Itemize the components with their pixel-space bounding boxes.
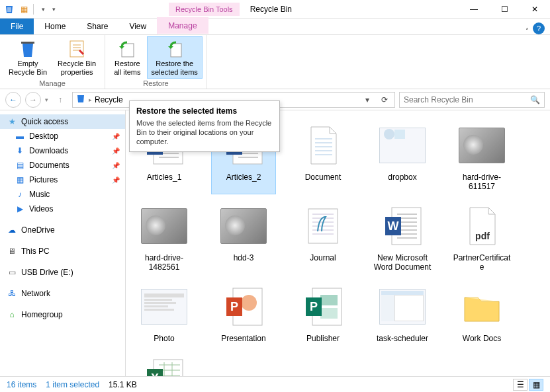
help-button[interactable]: ?: [533, 22, 545, 34]
file-name: Work Docs: [453, 334, 511, 343]
label: Empty Recycle Bin: [9, 59, 47, 77]
restore-all-button[interactable]: Restore all items: [109, 36, 145, 79]
nav-downloads[interactable]: ⬇Downloads📌: [0, 143, 125, 158]
file-item[interactable]: XWorksheet: [132, 351, 196, 376]
file-item[interactable]: dropbox: [371, 118, 434, 194]
nav-quick-access[interactable]: ★Quick access: [0, 114, 125, 129]
file-name: New Microsoft Word Document: [373, 253, 432, 272]
tab-share[interactable]: Share: [76, 19, 118, 34]
file-item[interactable]: PPresentation: [212, 280, 275, 346]
status-selected: 1 item selected: [46, 380, 99, 389]
file-name: hard-drive-1482561: [135, 253, 193, 272]
file-item[interactable]: pdfPartnerCertificate: [450, 199, 514, 274]
nav-homegroup[interactable]: ⌂Homegroup: [0, 307, 125, 322]
svg-text:X: X: [151, 372, 159, 376]
refresh-button[interactable]: ⟳: [377, 95, 392, 104]
nav-documents[interactable]: ▤Documents📌: [0, 158, 125, 173]
file-name: Document: [294, 173, 352, 182]
file-name: Articles_1: [135, 173, 193, 182]
file-thumbnail: [457, 282, 506, 331]
ribbon-group-restore: Restore: [143, 79, 169, 89]
file-name: Journal: [294, 253, 352, 262]
restore-selected-icon: [164, 38, 185, 59]
svg-rect-11: [394, 130, 405, 139]
view-details-button[interactable]: ☰: [513, 379, 527, 391]
usb-icon: ▭: [7, 267, 17, 278]
file-thumbnail: pdf: [457, 202, 506, 251]
file-item[interactable]: WNew Microsoft Word Document: [371, 199, 434, 274]
tab-view[interactable]: View: [118, 19, 157, 34]
file-thumbnail: [219, 202, 268, 251]
empty-recycle-bin-button[interactable]: Empty Recycle Bin: [4, 36, 52, 79]
documents-icon: ▤: [15, 160, 25, 171]
nav-pictures[interactable]: ▦Pictures📌: [0, 173, 125, 187]
file-item[interactable]: Journal: [291, 199, 355, 274]
breadcrumb[interactable]: Recycle: [95, 95, 123, 104]
search-input[interactable]: Search Recycle Bin 🔍: [399, 92, 545, 108]
music-icon: ♪: [15, 189, 25, 200]
ribbon: Empty Recycle Bin Recycle Bin properties…: [0, 35, 550, 89]
tab-home[interactable]: Home: [34, 19, 76, 34]
tab-manage[interactable]: Manage: [157, 17, 208, 34]
recycle-bin-properties-button[interactable]: Recycle Bin properties: [53, 36, 101, 79]
nav-onedrive[interactable]: ☁OneDrive: [0, 223, 125, 237]
videos-icon: ▶: [15, 204, 25, 214]
recycle-bin-icon: [4, 4, 15, 15]
svg-text:W: W: [388, 219, 399, 233]
close-button[interactable]: ✕: [520, 0, 550, 19]
nav-music[interactable]: ♪Music: [0, 187, 125, 202]
search-icon: 🔍: [530, 95, 540, 104]
file-item[interactable]: hard-drive-611517: [450, 118, 514, 194]
file-thumbnail: X: [140, 354, 189, 376]
desktop-icon: ▬: [15, 131, 25, 141]
svg-rect-23: [320, 308, 338, 319]
up-button[interactable]: ↑: [52, 92, 68, 108]
file-thumbnail: [298, 121, 347, 170]
file-thumbnail: [378, 282, 427, 331]
file-name: Presentation: [214, 334, 273, 343]
tab-file[interactable]: File: [0, 19, 34, 34]
pin-icon: 📌: [112, 133, 120, 140]
qat-overflow-icon[interactable]: ▾: [52, 6, 56, 13]
nav-network[interactable]: 🖧Network: [0, 286, 125, 301]
svg-text:P: P: [310, 300, 318, 313]
nav-desktop[interactable]: ▬Desktop📌: [0, 129, 125, 143]
qat-properties-icon[interactable]: ▦: [19, 4, 29, 15]
file-item[interactable]: hdd-3: [212, 199, 275, 274]
file-item[interactable]: Photo: [132, 280, 196, 346]
file-name: Publisher: [294, 334, 352, 343]
pin-icon: 📌: [112, 162, 120, 169]
downloads-icon: ⬇: [15, 145, 25, 156]
view-icons-button[interactable]: ▦: [529, 379, 543, 391]
file-item[interactable]: Work Docs: [450, 280, 514, 346]
forward-button[interactable]: →: [25, 92, 41, 108]
file-thumbnail: W: [378, 202, 427, 251]
qat-dropdown-icon[interactable]: ▾: [38, 4, 48, 15]
breadcrumb-separator-icon[interactable]: ▸: [89, 97, 92, 103]
file-item[interactable]: task-scheduler: [371, 280, 434, 346]
window-title: Recycle Bin: [250, 5, 292, 14]
minimize-button[interactable]: —: [459, 0, 489, 19]
svg-point-18: [241, 295, 257, 311]
maximize-button[interactable]: ☐: [489, 0, 520, 19]
recent-locations-dropdown[interactable]: ▾: [45, 97, 48, 103]
file-item[interactable]: Document: [291, 118, 355, 194]
nav-videos[interactable]: ▶Videos: [0, 202, 125, 216]
file-thumbnail: [457, 121, 506, 170]
nav-usb-drive[interactable]: ▭USB Drive (E:): [0, 265, 125, 280]
file-item[interactable]: PPublisher: [291, 280, 355, 346]
restore-selected-button[interactable]: Restore the selected items: [147, 36, 203, 79]
svg-rect-0: [21, 42, 34, 44]
svg-rect-22: [320, 295, 338, 305]
ribbon-collapse-icon[interactable]: ˄: [526, 27, 529, 34]
pin-icon: 📌: [112, 176, 120, 184]
address-dropdown-icon[interactable]: ▾: [360, 95, 375, 104]
ribbon-group-manage: Manage: [39, 79, 66, 89]
label: Restore the selected items: [152, 59, 198, 77]
tooltip-body: Move the selected items from the Recycle…: [136, 118, 273, 146]
back-button[interactable]: ←: [5, 92, 21, 108]
file-item[interactable]: hard-drive-1482561: [132, 199, 196, 274]
homegroup-icon: ⌂: [7, 309, 17, 320]
svg-text:P: P: [230, 300, 238, 313]
nav-this-pc[interactable]: 🖥This PC: [0, 244, 125, 258]
